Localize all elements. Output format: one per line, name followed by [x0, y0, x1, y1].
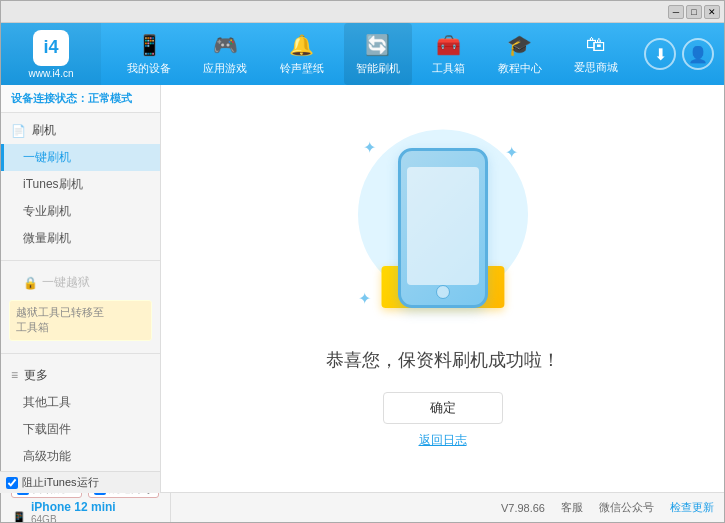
success-text: 恭喜您，保资料刷机成功啦！	[326, 348, 560, 372]
content-panel: ✦ ✦ ✦ NEW 恭喜您，保资料刷机成功啦！ 确定 返回日志	[161, 85, 724, 492]
logo-text: www.i4.cn	[28, 68, 73, 79]
phone-small-icon: 📱	[11, 511, 27, 524]
status-label: 设备连接状态：	[11, 92, 88, 104]
sidebar-item-itunes-flash[interactable]: iTunes刷机	[1, 171, 160, 198]
itunes-bar: 阻止iTunes运行	[0, 471, 160, 493]
section-label-flash: 刷机	[32, 122, 56, 139]
nav-item-fan-store[interactable]: 🛍 爱思商城	[562, 23, 630, 85]
section-header-rescue: 🔒 一键越狱	[1, 269, 160, 296]
sparkle-tl: ✦	[363, 138, 376, 157]
device-storage: 64GB	[31, 514, 116, 523]
retry-link[interactable]: 返回日志	[419, 432, 467, 449]
nav-label-ringtones: 铃声壁纸	[280, 61, 324, 76]
nav-label-toolbox: 工具箱	[432, 61, 465, 76]
divider-2	[1, 353, 160, 354]
user-button[interactable]: 👤	[682, 38, 714, 70]
header: i4 www.i4.cn 📱 我的设备 🎮 应用游戏 🔔 铃声壁纸 🔄 智能刷机	[1, 23, 724, 85]
lock-icon: 🔒	[23, 276, 38, 290]
sidebar-item-one-key-flash[interactable]: 一键刷机	[1, 144, 160, 171]
ringtone-icon: 🔔	[289, 33, 314, 57]
store-icon: 🛍	[586, 33, 606, 56]
sidebar-item-pro-flash[interactable]: 专业刷机	[1, 198, 160, 225]
nav-item-smart-flash[interactable]: 🔄 智能刷机	[344, 23, 412, 85]
apps-icon: 🎮	[213, 33, 238, 57]
status-bar: 设备连接状态：正常模式	[1, 85, 160, 113]
footer-right: V7.98.66 客服 微信公众号 检查更新	[501, 500, 714, 515]
nav-right-controls: ⬇ 👤	[644, 38, 724, 70]
sidebar-item-other-tools[interactable]: 其他工具	[1, 389, 160, 416]
logo-icon: i4	[33, 30, 69, 66]
sidebar-section-more: ≡ 更多 其他工具 下载固件 高级功能	[1, 358, 160, 474]
nav-bar: 📱 我的设备 🎮 应用游戏 🔔 铃声壁纸 🔄 智能刷机 🧰 工具箱 🎓	[101, 23, 644, 85]
customer-service-link[interactable]: 客服	[561, 500, 583, 515]
sidebar-item-advanced[interactable]: 高级功能	[1, 443, 160, 470]
nav-item-tutorials[interactable]: 🎓 教程中心	[486, 23, 554, 85]
section-label-more: 更多	[24, 367, 48, 384]
device-name: iPhone 12 mini	[31, 500, 116, 514]
sidebar-item-micro-flash[interactable]: 微量刷机	[1, 225, 160, 252]
rescue-note-text: 越狱工具已转移至工具箱	[16, 306, 104, 333]
phone-illustration: ✦ ✦ ✦ NEW	[343, 128, 543, 328]
device-icon: 📱	[137, 33, 162, 57]
sidebar-section-flash: 📄 刷机 一键刷机 iTunes刷机 专业刷机 微量刷机	[1, 113, 160, 256]
status-value: 正常模式	[88, 92, 132, 104]
window-controls: ─ □ ✕	[668, 5, 720, 19]
toolbox-icon: 🧰	[436, 33, 461, 57]
check-update-link[interactable]: 检查更新	[670, 500, 714, 515]
logo-char: i4	[43, 37, 58, 58]
nav-label-smart-flash: 智能刷机	[356, 61, 400, 76]
confirm-button[interactable]: 确定	[383, 392, 503, 424]
nav-item-my-device[interactable]: 📱 我的设备	[115, 23, 183, 85]
flash-section-icon: 📄	[11, 124, 26, 138]
tutorial-icon: 🎓	[507, 33, 532, 57]
bottom-bar: 自动跳至 跳过向导 📱 iPhone 12 mini 64GB Down-12m…	[1, 492, 724, 522]
middle-area: 设备连接状态：正常模式 📄 刷机 一键刷机 iTunes刷机 专业刷机 微	[1, 85, 724, 492]
maximize-button[interactable]: □	[686, 5, 702, 19]
nav-label-apps-games: 应用游戏	[203, 61, 247, 76]
smart-flash-icon: 🔄	[365, 33, 390, 57]
divider-1	[1, 260, 160, 261]
nav-label-fan-store: 爱思商城	[574, 60, 618, 75]
nav-item-apps-games[interactable]: 🎮 应用游戏	[191, 23, 259, 85]
nav-label-tutorials: 教程中心	[498, 61, 542, 76]
title-bar: ─ □ ✕	[1, 1, 724, 23]
close-button[interactable]: ✕	[704, 5, 720, 19]
rescue-note: 越狱工具已转移至工具箱	[9, 300, 152, 341]
logo-area: i4 www.i4.cn	[1, 23, 101, 85]
version-text: V7.98.66	[501, 502, 545, 514]
section-header-flash[interactable]: 📄 刷机	[1, 117, 160, 144]
wechat-public-link[interactable]: 微信公众号	[599, 500, 654, 515]
sidebar-item-download-firmware[interactable]: 下载固件	[1, 416, 160, 443]
app-window: ─ □ ✕ i4 www.i4.cn 📱 我的设备 🎮 应用游戏 🔔	[0, 0, 725, 523]
section-header-more[interactable]: ≡ 更多	[1, 362, 160, 389]
minimize-button[interactable]: ─	[668, 5, 684, 19]
sidebar-section-rescue: 🔒 一键越狱 越狱工具已转移至工具箱	[1, 265, 160, 349]
download-button[interactable]: ⬇	[644, 38, 676, 70]
itunes-checkbox[interactable]	[6, 477, 18, 489]
more-section-icon: ≡	[11, 368, 18, 382]
sparkle-bl: ✦	[358, 289, 371, 308]
nav-label-my-device: 我的设备	[127, 61, 171, 76]
sidebar: 设备连接状态：正常模式 📄 刷机 一键刷机 iTunes刷机 专业刷机 微	[1, 85, 161, 492]
nav-item-toolbox[interactable]: 🧰 工具箱	[420, 23, 477, 85]
nav-item-ringtones[interactable]: 🔔 铃声壁纸	[268, 23, 336, 85]
itunes-label: 阻止iTunes运行	[22, 475, 99, 490]
